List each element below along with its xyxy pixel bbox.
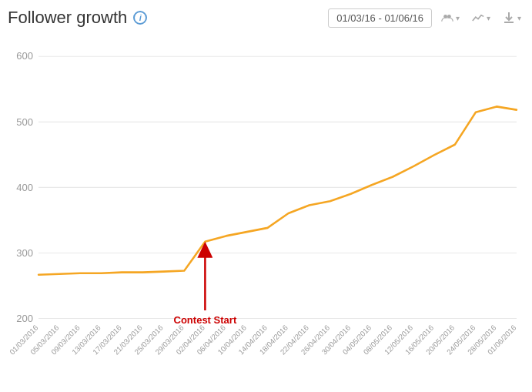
svg-text:600: 600 (16, 50, 33, 62)
svg-text:400: 400 (16, 181, 33, 193)
svg-text:200: 200 (16, 312, 33, 323)
svg-text:Contest Start: Contest Start (174, 314, 237, 326)
trend-dropdown-arrow: ▾ (487, 14, 490, 22)
download-btn[interactable]: ▾ (500, 10, 524, 25)
audience-selector[interactable]: ▾ (438, 10, 463, 25)
download-dropdown-arrow: ▾ (517, 14, 521, 22)
main-container: Follower growth i 01/03/16 - 01/06/16 ▾ … (0, 0, 532, 392)
svg-text:500: 500 (16, 116, 33, 127)
chart-header: Follower growth i 01/03/16 - 01/06/16 ▾ … (8, 8, 524, 28)
trend-selector[interactable]: ▾ (469, 10, 494, 25)
chart-area: 600 500 400 300 200 01/03/2016 05/03/201… (8, 35, 524, 359)
title-area: Follower growth i (8, 8, 147, 28)
date-range-picker[interactable]: 01/03/16 - 01/06/16 (328, 8, 432, 28)
controls-area: 01/03/16 - 01/06/16 ▾ ▾ (328, 8, 524, 28)
svg-text:300: 300 (16, 246, 33, 258)
dropdown-arrow: ▾ (456, 14, 460, 22)
info-icon[interactable]: i (133, 11, 147, 25)
line-chart: 600 500 400 300 200 01/03/2016 05/03/201… (8, 35, 524, 359)
page-title: Follower growth (8, 8, 127, 28)
growth-line (38, 106, 517, 274)
